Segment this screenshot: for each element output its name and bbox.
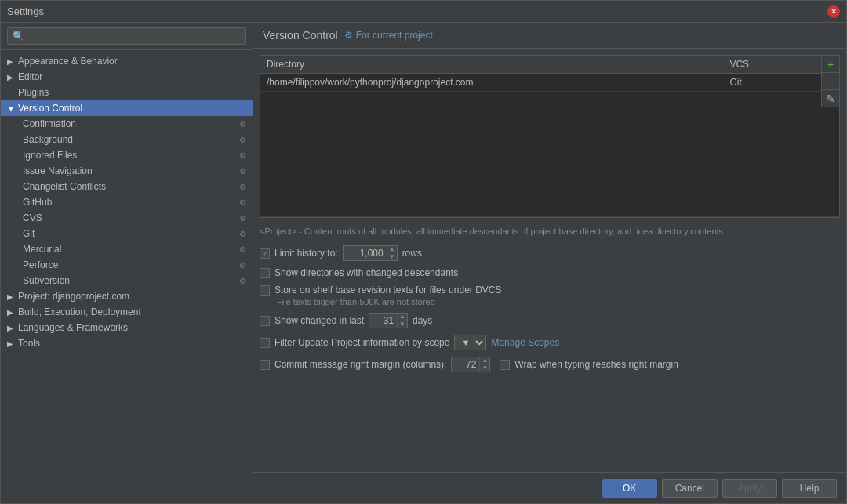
- show-directories-label: Show directories with changed descendant…: [274, 267, 458, 278]
- add-vcs-button[interactable]: +: [822, 56, 839, 73]
- commit-margin-input[interactable]: [452, 359, 479, 370]
- spinbox-up3[interactable]: ▲: [480, 357, 489, 364]
- sidebar-item-label: Build, Execution, Deployment: [18, 306, 141, 317]
- sidebar-item-label: Confirmation: [23, 118, 76, 129]
- commit-margin-row: Commit message right margin (columns): ▲…: [260, 357, 840, 372]
- sidebar-item-issue-navigation[interactable]: Issue Navigation ⚙: [1, 163, 253, 179]
- title-bar: Settings ✕: [1, 1, 846, 23]
- spinbox-down3[interactable]: ▼: [480, 364, 489, 372]
- sidebar-item-appearance[interactable]: ▶ Appearance & Behavior: [1, 53, 253, 69]
- sidebar-item-label: GitHub: [23, 197, 52, 208]
- spinbox-arrows3: ▲ ▼: [479, 357, 489, 372]
- search-container: [1, 23, 253, 50]
- filter-update-checkbox[interactable]: [260, 338, 270, 348]
- settings-icon: ⚙: [239, 198, 246, 207]
- panel-title: Version Control: [263, 29, 338, 42]
- limit-history-label: Limit history to:: [274, 248, 338, 259]
- settings-icon: ⚙: [239, 277, 246, 285]
- vcs-table-container: Directory VCS /home/filippov/work/python…: [260, 55, 840, 218]
- search-input[interactable]: [7, 27, 246, 45]
- sidebar-item-tools[interactable]: ▶ Tools: [1, 335, 253, 351]
- ok-button[interactable]: OK: [602, 479, 657, 498]
- bottom-bar: OK Cancel Apply Help: [253, 472, 846, 503]
- arrow-icon: ▶: [7, 324, 18, 332]
- cancel-button[interactable]: Cancel: [662, 479, 718, 498]
- window-title: Settings: [7, 5, 827, 17]
- limit-history-suffix: rows: [402, 248, 422, 259]
- wrap-typing-checkbox[interactable]: [500, 360, 510, 370]
- sidebar-item-project[interactable]: ▶ Project: djangoproject.com: [1, 288, 253, 304]
- sidebar-item-label: Ignored Files: [23, 150, 77, 161]
- sidebar-item-ignored-files[interactable]: Ignored Files ⚙: [1, 147, 253, 163]
- edit-vcs-button[interactable]: ✎: [822, 90, 839, 107]
- sidebar-item-cvs[interactable]: CVS ⚙: [1, 210, 253, 226]
- spinbox-up2[interactable]: ▲: [398, 313, 407, 321]
- main-content: ▶ Appearance & Behavior ▶ Editor ▶ Plugi…: [1, 23, 846, 503]
- show-directories-row: Show directories with changed descendant…: [260, 267, 840, 278]
- show-changed-input[interactable]: [369, 315, 397, 326]
- store-shelf-sublabel: File texts bigger than 500K are not stor…: [277, 297, 435, 306]
- limit-history-row: ✓ Limit history to: ▲ ▼ rows: [260, 245, 840, 261]
- arrow-icon: ▼: [7, 104, 18, 113]
- sidebar-item-version-control[interactable]: ▼ Version Control: [1, 100, 253, 116]
- scope-dropdown[interactable]: ▼: [454, 335, 486, 350]
- sidebar-item-subversion[interactable]: Subversion ⚙: [1, 273, 253, 288]
- manage-scopes-link[interactable]: Manage Scopes: [491, 337, 559, 348]
- filter-update-label: Filter Update Project information by sco…: [274, 337, 449, 348]
- sidebar-item-label: Project: djangoproject.com: [18, 291, 129, 302]
- sidebar-item-label: Version Control: [18, 103, 82, 114]
- settings-tree: ▶ Appearance & Behavior ▶ Editor ▶ Plugi…: [1, 50, 253, 503]
- show-changed-row: Show changed in last ▲ ▼ days: [260, 313, 840, 328]
- sidebar-item-label: Subversion: [23, 275, 70, 286]
- sidebar-item-languages[interactable]: ▶ Languages & Frameworks: [1, 320, 253, 335]
- vcs-table-section: Directory VCS /home/filippov/work/python…: [260, 55, 840, 218]
- arrow-icon: ▶: [7, 292, 18, 301]
- spinbox-arrows2: ▲ ▼: [397, 313, 407, 328]
- apply-button[interactable]: Apply: [722, 479, 777, 498]
- settings-icon: ⚙: [239, 245, 246, 254]
- panel-body: Directory VCS /home/filippov/work/python…: [253, 49, 846, 472]
- sidebar-item-label: Perforce: [23, 259, 58, 270]
- sidebar-item-plugins[interactable]: ▶ Plugins: [1, 85, 253, 100]
- spinbox-up[interactable]: ▲: [387, 245, 397, 253]
- sidebar-item-git[interactable]: Git ⚙: [1, 226, 253, 241]
- table-row[interactable]: /home/filippov/work/pythonproj/djangopro…: [260, 74, 839, 92]
- sidebar-item-background[interactable]: Background ⚙: [1, 132, 253, 147]
- commit-margin-checkbox[interactable]: [260, 360, 270, 370]
- sidebar-item-label: Git: [23, 228, 35, 239]
- sidebar-item-github[interactable]: GitHub ⚙: [1, 194, 253, 210]
- store-shelf-sublabel-row: File texts bigger than 500K are not stor…: [260, 297, 840, 306]
- sidebar-item-label: Tools: [18, 338, 40, 349]
- right-panel: Version Control ⚙ For current project Di…: [253, 23, 846, 503]
- remove-vcs-button[interactable]: −: [822, 73, 839, 90]
- sidebar-item-build[interactable]: ▶ Build, Execution, Deployment: [1, 304, 253, 320]
- sidebar-item-perforce[interactable]: Perforce ⚙: [1, 257, 253, 273]
- vcs-table: Directory VCS /home/filippov/work/python…: [260, 56, 839, 217]
- spinbox-down2[interactable]: ▼: [398, 321, 407, 328]
- wrap-typing-label: Wrap when typing reaches right margin: [514, 359, 678, 370]
- filter-update-row: Filter Update Project information by sco…: [260, 335, 840, 350]
- cell-directory: /home/filippov/work/pythonproj/djangopro…: [260, 74, 723, 92]
- arrow-icon: ▶: [7, 339, 18, 348]
- sidebar-item-confirmation[interactable]: Confirmation ⚙: [1, 116, 253, 132]
- store-shelf-row: Store on shelf base revision texts for f…: [260, 285, 840, 296]
- limit-history-checkbox[interactable]: ✓: [260, 248, 270, 259]
- store-shelf-checkbox[interactable]: [260, 285, 270, 296]
- sidebar-item-mercurial[interactable]: Mercurial ⚙: [1, 241, 253, 257]
- close-button[interactable]: ✕: [827, 5, 840, 18]
- help-button[interactable]: Help: [782, 479, 837, 498]
- spinbox-down[interactable]: ▼: [387, 253, 397, 261]
- panel-header: Version Control ⚙ For current project: [253, 23, 846, 49]
- sidebar-item-changelist-conflicts[interactable]: Changelist Conflicts ⚙: [1, 179, 253, 194]
- subtitle-text: For current project: [356, 30, 433, 41]
- limit-history-input[interactable]: [344, 248, 387, 259]
- settings-icon: ⚙: [239, 230, 246, 238]
- show-changed-checkbox[interactable]: [260, 316, 270, 326]
- settings-icon: ⚙: [239, 151, 246, 160]
- show-directories-checkbox[interactable]: [260, 268, 270, 278]
- arrow-icon: ▶: [7, 73, 18, 82]
- sidebar-item-editor[interactable]: ▶ Editor: [1, 69, 253, 85]
- sidebar-item-label: Appearance & Behavior: [18, 56, 118, 67]
- sidebar-item-label: Changelist Conflicts: [23, 181, 106, 192]
- settings-window: Settings ✕ ▶ Appearance & Behavior ▶ Edi…: [0, 0, 847, 504]
